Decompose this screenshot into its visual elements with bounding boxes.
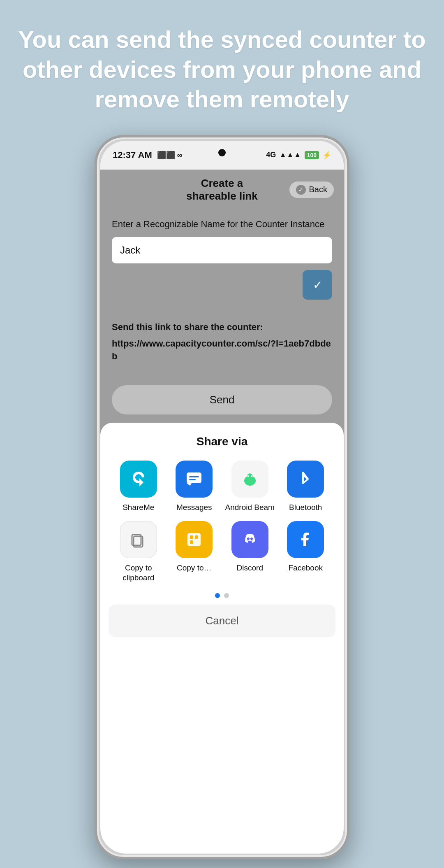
share-item-bluetooth[interactable]: Bluetooth (280, 461, 332, 513)
share-grid: ShareMe Messages (109, 461, 335, 583)
time-display: 12:37 AM (113, 150, 152, 161)
phone-screen: 12:37 AM ⬛⬛ ∞ 4G ▲▲▲ 100 ⚡ Create a shar… (100, 141, 344, 854)
send-button[interactable]: Send (112, 385, 332, 414)
svg-rect-14 (190, 540, 193, 544)
dot-2 (224, 593, 229, 598)
discord-label: Discord (237, 563, 263, 573)
messages-icon (176, 461, 213, 498)
svg-rect-13 (195, 535, 198, 539)
app-title: Create a shareable link (185, 177, 259, 202)
share-item-discord[interactable]: Discord (224, 521, 276, 583)
share-item-androidbeam[interactable]: Android Beam (224, 461, 276, 513)
share-sheet: Share via ShareMe (100, 423, 344, 854)
facebook-label: Facebook (289, 563, 323, 573)
side-button-top (95, 244, 97, 269)
volume-up-button (95, 277, 97, 314)
app-header: Create a shareable link ✓ Back (100, 170, 344, 210)
back-check-icon: ✓ (296, 185, 306, 195)
back-button[interactable]: ✓ Back (289, 182, 334, 198)
svg-rect-2 (189, 479, 196, 480)
confirm-check-icon: ✓ (313, 278, 322, 292)
svg-point-15 (247, 538, 250, 540)
signal-icon: 4G (266, 151, 276, 159)
bluetooth-icon (287, 461, 324, 498)
bluetooth-label: Bluetooth (289, 503, 322, 513)
share-item-messages[interactable]: Messages (169, 461, 220, 513)
shareme-icon (120, 461, 157, 498)
charge-icon: ⚡ (322, 151, 331, 160)
pagination-dots (109, 593, 335, 598)
status-bar: 12:37 AM ⬛⬛ ∞ 4G ▲▲▲ 100 ⚡ (100, 141, 344, 170)
confirm-button[interactable]: ✓ (303, 270, 332, 300)
svg-point-6 (251, 475, 252, 477)
svg-rect-1 (189, 476, 199, 477)
back-label: Back (309, 185, 327, 194)
clipboard-label: Copy to clipboard (113, 563, 164, 583)
name-input[interactable] (112, 237, 332, 263)
clipboard-icon (120, 521, 157, 558)
facebook-icon (287, 521, 324, 558)
volume-down-button (95, 323, 97, 360)
share-item-shareme[interactable]: ShareMe (113, 461, 164, 513)
share-item-facebook[interactable]: Facebook (280, 521, 332, 583)
androidbeam-label: Android Beam (225, 503, 275, 513)
status-right: 4G ▲▲▲ 100 ⚡ (266, 151, 331, 160)
phone-frame: 12:37 AM ⬛⬛ ∞ 4G ▲▲▲ 100 ⚡ Create a shar… (95, 135, 349, 859)
messages-label: Messages (176, 503, 212, 513)
link-url[interactable]: https://www.capacitycounter.com/sc/?l=1a… (112, 337, 332, 363)
share-title: Share via (109, 435, 335, 448)
battery-badge: 100 (305, 151, 319, 159)
cancel-button[interactable]: Cancel (109, 605, 335, 637)
form-label: Enter a Recognizable Name for the Counte… (112, 218, 332, 231)
copyto-icon (176, 521, 213, 558)
svg-rect-11 (187, 533, 201, 546)
svg-point-16 (250, 538, 253, 540)
power-button (347, 277, 349, 310)
svg-rect-0 (187, 472, 201, 483)
discord-icon (231, 521, 268, 558)
copyto-label: Copy to… (177, 563, 211, 573)
svg-rect-12 (190, 535, 193, 539)
share-item-clipboard[interactable]: Copy to clipboard (113, 521, 164, 583)
androidbeam-icon (231, 461, 268, 498)
link-section: Send this link to share the counter: htt… (100, 312, 344, 373)
hero-text: You can send the synced counter to other… (0, 0, 444, 135)
form-area: Enter a Recognizable Name for the Counte… (100, 210, 344, 308)
link-label: Send this link to share the counter: (112, 322, 332, 333)
share-item-copyto[interactable]: Copy to… (169, 521, 220, 583)
app-content: Create a shareable link ✓ Back Enter a R… (100, 170, 344, 854)
wifi-icon: ▲▲▲ (279, 151, 301, 159)
camera-dot (218, 149, 226, 156)
status-icons: ⬛⬛ ∞ (157, 151, 183, 160)
svg-point-5 (247, 475, 249, 477)
dot-1 (215, 593, 220, 598)
shareme-label: ShareMe (123, 503, 154, 513)
status-time: 12:37 AM ⬛⬛ ∞ (113, 150, 183, 161)
